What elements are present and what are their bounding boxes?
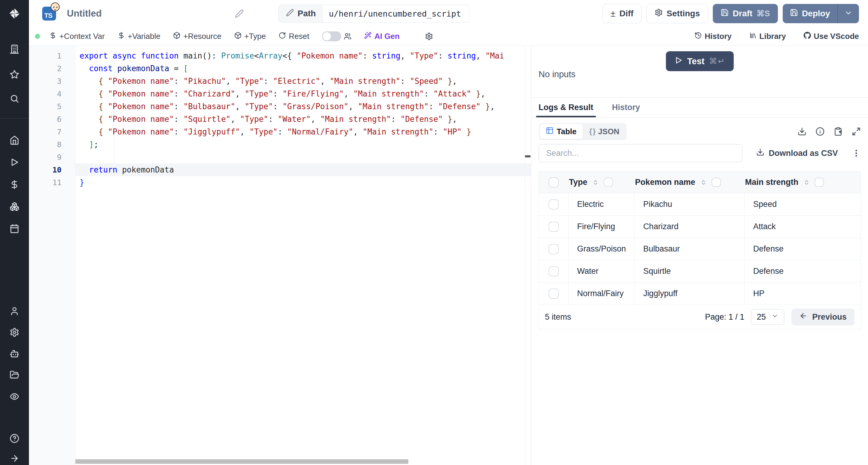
code-line[interactable]: 11} (29, 176, 531, 189)
sidebar-calendar-icon[interactable] (9, 224, 20, 234)
add-context-var-button[interactable]: +Context Var (49, 32, 105, 41)
deploy-button[interactable]: Deploy (783, 4, 837, 23)
code-line[interactable]: 9 (29, 151, 531, 164)
code-line[interactable]: 3 { "Pokemon name": "Pikachu", "Type": "… (29, 75, 531, 87)
info-icon[interactable] (815, 127, 825, 136)
download-csv-button[interactable]: Download as CSV (756, 148, 838, 158)
download-result-icon[interactable] (798, 127, 807, 136)
draft-shortcut: ⌘S (756, 9, 770, 19)
sidebar-folder-open-icon[interactable] (9, 370, 20, 380)
settings-button[interactable]: Settings (647, 4, 708, 23)
tab-logs-and-result[interactable]: Logs & Result (538, 98, 593, 117)
table-cell: Water (568, 260, 634, 282)
sidebar-user-icon[interactable] (9, 306, 20, 316)
edit-summary-pencil-icon[interactable] (235, 9, 244, 18)
draft-button[interactable]: Draft ⌘S (713, 4, 778, 23)
editor-cursor-mark (525, 155, 530, 157)
tab-history[interactable]: History (612, 98, 640, 117)
code-line[interactable]: 2 const pokemonData = [ (29, 62, 531, 75)
table-cell: Normal/Fairy (568, 283, 634, 304)
deploy-dropdown-button[interactable] (837, 4, 859, 23)
table-cell: Defense (744, 260, 861, 282)
editor-horizontal-scrollbar[interactable] (75, 459, 408, 464)
sidebar-search-icon[interactable] (9, 93, 20, 104)
page-size-select[interactable]: 25 (751, 309, 784, 325)
add-variable-button[interactable]: +Variable (118, 32, 161, 41)
sidebar-home-icon[interactable] (9, 135, 20, 145)
row-checkbox[interactable] (549, 244, 559, 254)
table-row[interactable]: Fire/FlyingCharizardAttack (539, 215, 861, 238)
table-row[interactable]: Normal/FairyJigglypuffHP (539, 283, 861, 305)
sidebar-building-icon[interactable] (9, 44, 20, 54)
result-search-input[interactable] (538, 144, 742, 162)
sidebar-eye-icon[interactable] (9, 391, 20, 402)
add-type-button[interactable]: +Type (234, 32, 266, 41)
toggle-switch[interactable] (322, 31, 341, 41)
row-checkbox[interactable] (549, 222, 559, 232)
path-field[interactable]: Path u/henri/unencumbered_script (278, 4, 469, 23)
editor-settings-gear-icon[interactable] (425, 32, 433, 40)
select-all-checkbox[interactable] (549, 177, 559, 187)
sidebar-boxes-icon[interactable] (9, 201, 20, 212)
library-label: Library (760, 32, 786, 41)
more-options-kebab-icon[interactable] (852, 149, 861, 158)
path-label: Path (279, 5, 323, 22)
line-number: 3 (29, 77, 75, 86)
add-type-label: +Type (244, 32, 266, 41)
test-shortcut: ⌘↵ (709, 56, 725, 66)
table-cell: Squirtle (634, 260, 744, 282)
row-checkbox[interactable] (549, 289, 559, 299)
table-header-row: Type Pokemon name Main strength (539, 171, 861, 193)
column-filter-checkbox[interactable] (604, 178, 613, 187)
test-button[interactable]: Test ⌘↵ (666, 51, 734, 71)
code-line[interactable]: 7 { "Pokemon name": "Jigglypuff", "Type"… (29, 125, 531, 138)
history-button[interactable]: History (694, 32, 732, 41)
edit-path-pencil-icon (286, 9, 294, 19)
diff-button[interactable]: ± Diff (602, 4, 642, 23)
column-filter-checkbox[interactable] (712, 178, 721, 187)
deploy-split-button: Deploy (783, 4, 859, 23)
code-line[interactable]: 5 { "Pokemon name": "Bulbasaur", "Type":… (29, 100, 531, 113)
code-line[interactable]: 1export async function main(): Promise<A… (29, 50, 531, 62)
row-checkbox[interactable] (549, 199, 559, 210)
path-value[interactable]: u/henri/unencumbered_script (323, 9, 469, 19)
page-indicator: Page: 1 / 1 (705, 312, 744, 322)
table-cell: Pikachu (634, 193, 744, 215)
code-line[interactable]: 8 ]; (29, 138, 531, 151)
row-checkbox[interactable] (549, 266, 559, 277)
sidebar-settings-icon[interactable] (9, 327, 20, 338)
previous-page-button[interactable]: Previous (792, 309, 855, 325)
add-resource-button[interactable]: +Resource (173, 32, 221, 41)
sort-icon[interactable] (803, 178, 810, 186)
code-line[interactable]: 4 { "Pokemon name": "Charizard", "Type":… (29, 87, 531, 100)
code-line[interactable]: 6 { "Pokemon name": "Squirtle", "Type": … (29, 113, 531, 125)
sort-icon[interactable] (592, 178, 599, 186)
reset-button[interactable]: Reset (278, 32, 309, 41)
table-row[interactable]: Grass/PoisonBulbasaurDefense (539, 238, 861, 260)
sidebar-dollar-icon[interactable] (9, 179, 20, 190)
library-button[interactable]: Library (749, 32, 786, 41)
view-table-option[interactable]: Table (540, 124, 583, 139)
sort-icon[interactable] (700, 178, 707, 186)
sidebar-bot-icon[interactable] (9, 349, 20, 359)
expand-icon[interactable] (852, 127, 861, 136)
add-context-var-label: +Context Var (59, 32, 105, 41)
table-row[interactable]: WaterSquirtleDefense (539, 260, 861, 283)
code-editor[interactable]: 1export async function main(): Promise<A… (29, 46, 531, 465)
code-text: { "Pokemon name": "Bulbasaur", "Type": "… (75, 100, 531, 113)
result-table: Type Pokemon name Main strength Electric… (538, 171, 861, 329)
view-json-option[interactable]: { } JSON (583, 124, 625, 139)
sidebar-arrow-right-icon[interactable] (9, 453, 20, 464)
reset-label: Reset (289, 32, 309, 41)
plus-minus-icon: ± (611, 9, 615, 18)
code-line[interactable]: 10 return pokemonData (29, 164, 531, 176)
table-row[interactable]: ElectricPikachuSpeed (539, 193, 861, 215)
chevron-down-icon (844, 9, 852, 19)
sidebar-play-icon[interactable] (9, 157, 20, 167)
use-vscode-button[interactable]: Use VScode (804, 32, 859, 41)
sidebar-help-icon[interactable] (9, 433, 20, 444)
ai-gen-button[interactable]: AI Gen (364, 32, 400, 41)
column-filter-checkbox[interactable] (815, 178, 824, 187)
sidebar-star-icon[interactable] (9, 69, 20, 80)
copy-to-clipboard-icon[interactable] (834, 127, 843, 136)
